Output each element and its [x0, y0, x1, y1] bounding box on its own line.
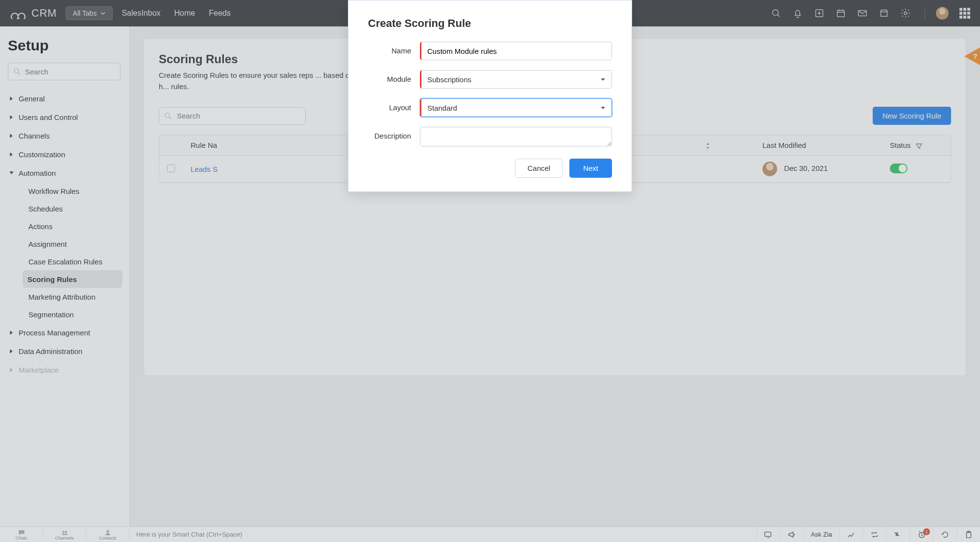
- layout-select[interactable]: Standard: [420, 98, 612, 117]
- modal-actions: Cancel Next: [368, 159, 612, 178]
- layout-value: Standard: [427, 104, 457, 112]
- create-scoring-rule-modal: Create Scoring Rule Name Module Subscrip…: [348, 0, 632, 192]
- form-row-name: Name: [368, 42, 612, 60]
- next-button[interactable]: Next: [569, 159, 612, 178]
- chevron-down-icon: [600, 75, 606, 84]
- label-module: Module: [368, 70, 420, 83]
- name-input[interactable]: [420, 42, 612, 60]
- module-value: Subscriptions: [427, 75, 471, 84]
- cancel-button[interactable]: Cancel: [515, 159, 563, 178]
- form-row-module: Module Subscriptions: [368, 70, 612, 89]
- label-layout: Layout: [368, 98, 420, 112]
- modal-title: Create Scoring Rule: [368, 17, 612, 30]
- form-row-description: Description: [368, 127, 612, 148]
- chevron-down-icon: [600, 104, 606, 112]
- description-textarea[interactable]: [420, 127, 612, 146]
- module-select[interactable]: Subscriptions: [420, 70, 612, 89]
- form-row-layout: Layout Standard: [368, 98, 612, 117]
- label-description: Description: [368, 127, 420, 140]
- label-name: Name: [368, 42, 420, 55]
